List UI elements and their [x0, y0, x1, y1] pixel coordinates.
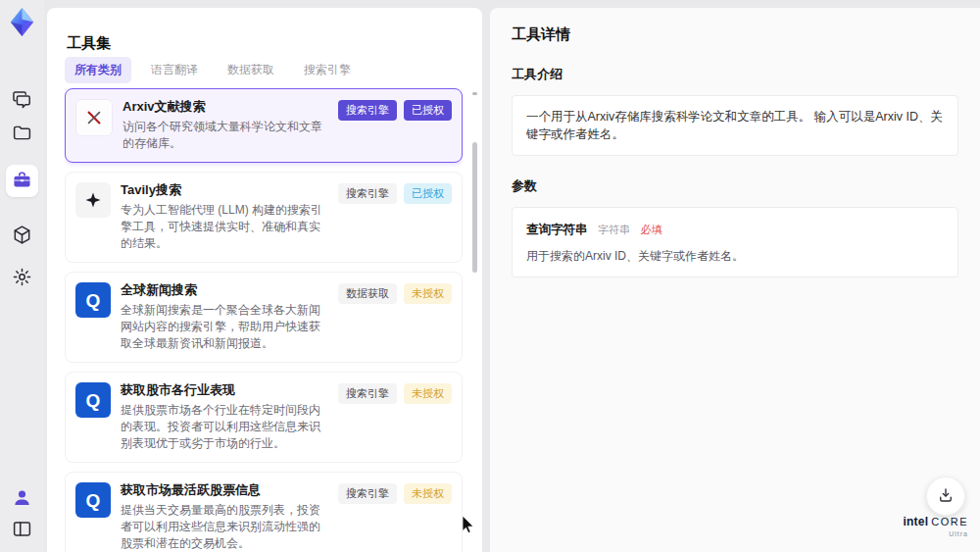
sidebar-item-models[interactable] [6, 220, 38, 252]
category-badge: 搜索引擎 [338, 383, 397, 404]
category-badge: 搜索引擎 [338, 100, 397, 121]
sidebar-item-folder[interactable] [6, 118, 38, 150]
gear-icon [12, 267, 32, 290]
tool-card-body: Tavily搜索 专为人工智能代理 (LLM) 构建的搜索引擎工具，可快速提供实… [121, 182, 330, 252]
search-q-icon: Q [75, 482, 111, 518]
arxiv-icon [75, 99, 113, 136]
tool-title: 获取股市各行业表现 [121, 382, 330, 398]
tool-title: 获取市场最活跃股票信息 [121, 482, 330, 498]
panel-icon [12, 519, 32, 542]
category-badge: 搜索引擎 [338, 483, 397, 504]
briefcase-icon [12, 170, 32, 193]
intro-box: 一个用于从Arxiv存储库搜索科学论文和文章的工具。 输入可以是Arxiv ID… [512, 95, 958, 156]
list-scrollbar[interactable] [472, 90, 477, 546]
sidebar-item-panel-toggle[interactable] [6, 514, 38, 546]
app-sidebar [0, 0, 44, 552]
tool-title: Arxiv文献搜索 [122, 99, 330, 115]
tool-desc: 全球新闻搜索是一个聚合全球各大新闻网站内容的搜索引擎，帮助用户快速获取全球最新资… [121, 302, 330, 352]
sidebar-item-chat[interactable] [6, 84, 38, 117]
tool-card[interactable]: Q 获取股市各行业表现 提供股票市场各个行业在特定时间段内的表现。投资者可以利用… [65, 372, 463, 463]
category-tabs: 所有类别语言翻译数据获取搜索引擎 [65, 57, 361, 83]
auth-badge: 未授权 [404, 283, 452, 304]
folder-icon [12, 123, 32, 146]
tool-desc: 专为人工智能代理 (LLM) 构建的搜索引擎工具，可快速提供实时、准确和真实的结… [121, 202, 330, 252]
category-tab[interactable]: 数据获取 [218, 57, 284, 83]
tool-desc: 提供股票市场各个行业在特定时间段内的表现。投资者可以利用这些信息来识别表现优于或… [121, 402, 330, 452]
param-box: 查询字符串 字符串 必填 用于搜索的Arxiv ID、关键字或作者姓名。 [512, 207, 958, 277]
detail-title: 工具详情 [512, 25, 958, 44]
user-icon [12, 487, 32, 511]
auth-badge: 已授权 [404, 100, 452, 121]
tool-detail-panel: 工具详情 工具介绍 一个用于从Arxiv存储库搜索科学论文和文章的工具。 输入可… [490, 8, 980, 552]
param-desc: 用于搜索的Arxiv ID、关键字或作者姓名。 [526, 248, 944, 265]
search-q-icon: Q [75, 282, 111, 318]
tool-card-body: 全球新闻搜索 全球新闻搜索是一个聚合全球各大新闻网站内容的搜索引擎，帮助用户快速… [121, 282, 330, 352]
tool-badges: 搜索引擎未授权 [338, 382, 452, 404]
tool-card[interactable]: Arxiv文献搜索 访问各个研究领域大量科学论文和文章的存储库。 搜索引擎已授权 [65, 88, 463, 163]
intro-heading: 工具介绍 [512, 66, 958, 83]
param-required-badge: 必填 [640, 224, 662, 235]
tool-card[interactable]: Tavily搜索 专为人工智能代理 (LLM) 构建的搜索引擎工具，可快速提供实… [65, 172, 463, 263]
tool-card-body: Arxiv文献搜索 访问各个研究领域大量科学论文和文章的存储库。 [122, 99, 330, 152]
intel-core-logo: intelCORE Ultra [904, 515, 968, 540]
brand-intel: intel [904, 515, 929, 528]
auth-badge: 未授权 [404, 383, 452, 404]
tool-badges: 数据获取未授权 [338, 282, 452, 304]
param-name: 查询字符串 [526, 223, 588, 236]
auth-badge: 已授权 [404, 183, 452, 204]
tool-title: 全球新闻搜索 [121, 282, 330, 298]
tool-badges: 搜索引擎已授权 [338, 182, 452, 204]
category-tab[interactable]: 搜索引擎 [294, 57, 361, 83]
download-icon [937, 486, 955, 507]
tool-desc: 访问各个研究领域大量科学论文和文章的存储库。 [122, 119, 330, 152]
sidebar-item-toolbox[interactable] [6, 165, 38, 197]
tool-title: Tavily搜索 [121, 182, 330, 198]
params-heading: 参数 [512, 177, 958, 195]
category-badge: 数据获取 [338, 283, 397, 304]
tool-list-panel: 工具集 所有类别语言翻译数据获取搜索引擎 Arxiv文献搜索 访问各个研究领域大… [47, 8, 482, 552]
chat-icon [12, 89, 32, 113]
tool-card-body: 获取市场最活跃股票信息 提供当天交易量最高的股票列表，投资者可以利用这些信息来识… [121, 482, 330, 552]
category-tab[interactable]: 语言翻译 [141, 57, 208, 83]
tool-badges: 搜索引擎未授权 [338, 482, 452, 504]
cube-icon [12, 225, 32, 248]
tool-desc: 提供当天交易量最高的股票列表，投资者可以利用这些信息来识别流动性强的股票和潜在的… [121, 502, 330, 552]
scrollbar-thumb[interactable] [472, 142, 477, 273]
category-badge: 搜索引擎 [338, 183, 397, 204]
tool-list-title: 工具集 [67, 34, 111, 53]
sidebar-item-user[interactable] [6, 482, 38, 515]
param-type: 字符串 [598, 224, 630, 235]
tool-card-body: 获取股市各行业表现 提供股票市场各个行业在特定时间段内的表现。投资者可以利用这些… [121, 382, 330, 452]
sparkle-icon [75, 182, 111, 218]
sidebar-item-settings[interactable] [6, 262, 38, 294]
tool-badges: 搜索引擎已授权 [338, 99, 452, 121]
intro-text: 一个用于从Arxiv存储库搜索科学论文和文章的工具。 输入可以是Arxiv ID… [526, 108, 944, 143]
category-tab[interactable]: 所有类别 [65, 57, 131, 83]
auth-badge: 未授权 [404, 483, 452, 504]
param-header: 查询字符串 字符串 必填 [526, 220, 944, 238]
tool-card[interactable]: Q 全球新闻搜索 全球新闻搜索是一个聚合全球各大新闻网站内容的搜索引擎，帮助用户… [65, 272, 463, 363]
download-button[interactable] [926, 477, 965, 516]
tool-card[interactable]: Q 获取市场最活跃股票信息 提供当天交易量最高的股票列表，投资者可以利用这些信息… [65, 472, 463, 552]
app-logo-icon[interactable] [6, 6, 38, 38]
search-q-icon: Q [75, 382, 111, 418]
brand-core: CORE [931, 516, 968, 527]
brand-sub: Ultra [904, 528, 968, 540]
tool-cards-list: Arxiv文献搜索 访问各个研究领域大量科学论文和文章的存储库。 搜索引擎已授权… [65, 88, 463, 552]
